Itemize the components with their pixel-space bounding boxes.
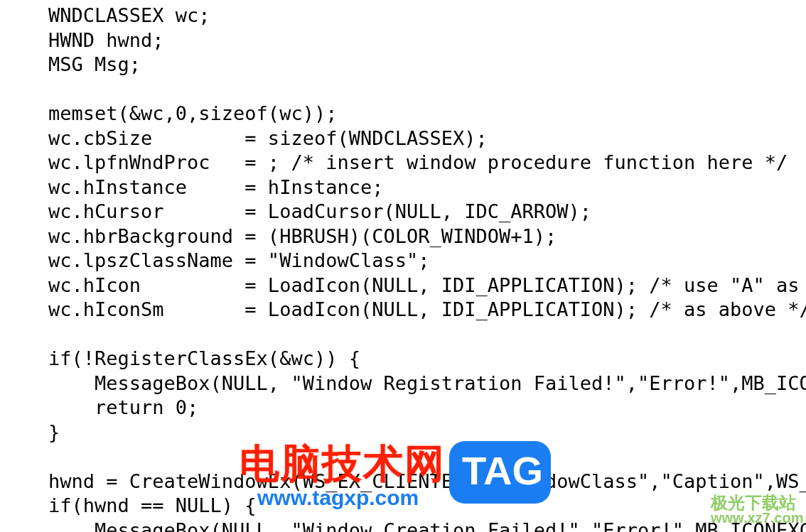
code-content: WNDCLASSEX wc; HWND hwnd; MSG Msg; memse… — [2, 4, 806, 532]
code-block: WNDCLASSEX wc; HWND hwnd; MSG Msg; memse… — [2, 4, 806, 532]
